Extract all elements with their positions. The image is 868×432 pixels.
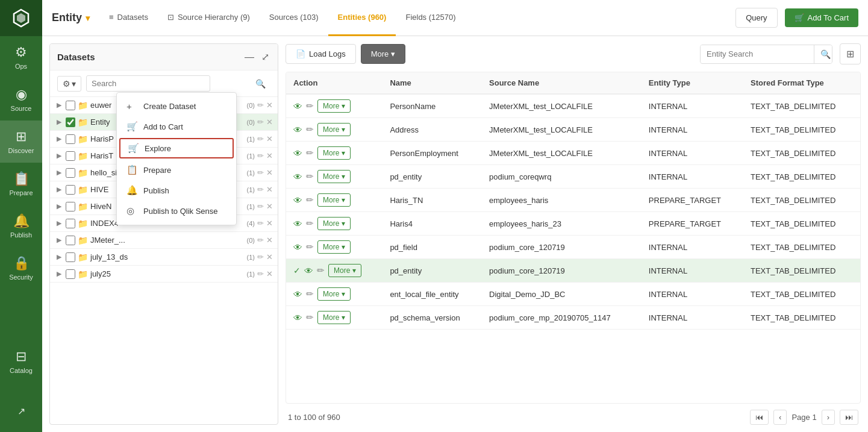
edit-icon[interactable]: ✏: [306, 242, 314, 252]
edit-icon[interactable]: ✏: [306, 312, 314, 323]
more-row-button[interactable]: More ▾: [328, 264, 361, 277]
tree-checkbox[interactable]: [66, 101, 75, 110]
edit-icon[interactable]: ✏: [306, 289, 314, 299]
tree-checkbox[interactable]: [66, 151, 75, 161]
view-icon[interactable]: 👁: [293, 125, 302, 135]
tree-edit-icon[interactable]: ✏: [257, 202, 264, 211]
next-page-button[interactable]: ›: [822, 410, 835, 425]
view-icon[interactable]: 👁: [293, 148, 302, 158]
tree-edit-icon[interactable]: ✏: [257, 252, 264, 261]
prev-page-button[interactable]: ‹: [773, 410, 787, 425]
tree-delete-icon[interactable]: ✕: [266, 101, 273, 110]
view-icon[interactable]: 👁: [293, 195, 302, 205]
tree-edit-icon[interactable]: ✏: [257, 236, 264, 245]
entity-search-input[interactable]: [701, 45, 814, 63]
tree-checkbox[interactable]: [66, 202, 75, 211]
tree-delete-icon[interactable]: ✕: [266, 236, 273, 245]
tree-chevron-icon[interactable]: ▶: [55, 101, 63, 109]
tree-edit-icon[interactable]: ✏: [257, 219, 264, 228]
tree-checkbox[interactable]: [66, 134, 75, 144]
edit-icon[interactable]: ✏: [306, 101, 314, 111]
sidebar-item-catalog[interactable]: ⊟ Catalog: [0, 340, 42, 383]
tree-chevron-icon[interactable]: ▶: [55, 135, 63, 143]
tree-delete-icon[interactable]: ✕: [266, 269, 273, 278]
more-row-button[interactable]: More ▾: [317, 240, 351, 254]
edit-icon[interactable]: ✏: [317, 265, 325, 276]
tree-edit-icon[interactable]: ✏: [257, 185, 264, 194]
sidebar-item-discover[interactable]: ⊞ Discover: [0, 121, 42, 163]
tree-checkbox[interactable]: [66, 117, 75, 127]
more-row-button[interactable]: More ▾: [317, 193, 351, 207]
edit-icon[interactable]: ✏: [306, 171, 314, 182]
tree-chevron-icon[interactable]: ▶: [55, 169, 63, 177]
sidebar-item-publish[interactable]: 🔔 Publish: [0, 205, 42, 247]
tree-chevron-icon[interactable]: ▶: [55, 219, 63, 227]
context-publish-qlik[interactable]: ◎ Publish to Qlik Sense: [117, 201, 236, 221]
context-explore[interactable]: 🛒 Explore: [119, 138, 234, 158]
view-icon[interactable]: 👁: [293, 101, 302, 111]
tree-delete-icon[interactable]: ✕: [266, 252, 273, 261]
app-logo[interactable]: [0, 0, 42, 36]
more-row-button[interactable]: More ▾: [317, 99, 351, 113]
sidebar-item-expand[interactable]: ↗: [0, 390, 42, 432]
tree-edit-icon[interactable]: ✏: [257, 134, 264, 143]
tree-edit-icon[interactable]: ✏: [257, 117, 264, 127]
tree-checkbox[interactable]: [66, 219, 75, 228]
context-publish[interactable]: 🔔 Publish: [117, 180, 236, 201]
tree-chevron-icon[interactable]: ▶: [55, 202, 63, 210]
minimize-icon[interactable]: —: [243, 51, 255, 64]
sidebar-item-security[interactable]: 🔒 Security: [0, 247, 42, 289]
query-button[interactable]: Query: [735, 8, 777, 28]
tree-chevron-icon[interactable]: ▶: [55, 186, 63, 193]
expand-panel-icon[interactable]: ⤢: [260, 50, 270, 64]
tree-chevron-icon[interactable]: ▶: [55, 118, 63, 126]
tree-checkbox[interactable]: [66, 252, 75, 262]
tree-chevron-icon[interactable]: ▶: [55, 270, 63, 278]
more-row-button[interactable]: More ▾: [317, 170, 351, 183]
tree-delete-icon[interactable]: ✕: [266, 219, 273, 228]
more-row-button[interactable]: More ▾: [317, 217, 351, 230]
tree-item[interactable]: ▶ 📁 JMeter_... (0) ✏ ✕: [50, 232, 278, 249]
sidebar-item-prepare[interactable]: 📋 Prepare: [0, 163, 42, 205]
edit-icon[interactable]: ✏: [306, 195, 314, 205]
first-page-button[interactable]: ⏮: [750, 410, 769, 425]
more-row-button[interactable]: More ▾: [317, 146, 351, 160]
tree-chevron-icon[interactable]: ▶: [55, 236, 63, 244]
tree-item[interactable]: ▶ 📁 july25 (1) ✏ ✕: [50, 266, 278, 283]
more-button[interactable]: More ▾: [361, 44, 406, 64]
entity-search-button[interactable]: 🔍: [814, 45, 832, 63]
edit-icon[interactable]: ✏: [306, 124, 314, 135]
view-icon[interactable]: 👁: [293, 242, 302, 252]
last-page-button[interactable]: ⏭: [840, 410, 858, 425]
tab-source-hierarchy[interactable]: ⊡ Source Hierarchy (9): [158, 0, 260, 36]
tree-checkbox[interactable]: [66, 236, 75, 245]
load-logs-button[interactable]: 📄 Load Logs: [286, 44, 356, 64]
tree-checkbox[interactable]: [66, 168, 75, 178]
add-to-cart-button[interactable]: 🛒 Add To Cart: [785, 8, 858, 27]
view-icon[interactable]: 👁: [293, 313, 302, 323]
tree-delete-icon[interactable]: ✕: [266, 202, 273, 211]
tree-edit-icon[interactable]: ✏: [257, 269, 264, 278]
tree-delete-icon[interactable]: ✕: [266, 117, 273, 127]
context-add-to-cart[interactable]: 🛒 Add to Cart: [117, 116, 236, 137]
grid-view-button[interactable]: ⊞: [840, 43, 861, 64]
tree-delete-icon[interactable]: ✕: [266, 168, 273, 177]
tree-delete-icon[interactable]: ✕: [266, 134, 273, 143]
tab-entities[interactable]: Entities (960): [328, 0, 396, 36]
context-create-dataset[interactable]: + Create Dataset: [117, 96, 236, 116]
edit-icon[interactable]: ✏: [306, 218, 314, 229]
view-icon[interactable]: 👁: [304, 266, 313, 276]
tree-item[interactable]: ▶ 📁 july_13_ds (1) ✏ ✕: [50, 249, 278, 266]
tree-chevron-icon[interactable]: ▶: [55, 152, 63, 160]
tab-fields[interactable]: Fields (12570): [396, 0, 465, 36]
tree-checkbox[interactable]: [66, 185, 75, 195]
tree-delete-icon[interactable]: ✕: [266, 185, 273, 194]
tree-checkbox[interactable]: [66, 269, 75, 279]
tree-edit-icon[interactable]: ✏: [257, 151, 264, 160]
more-row-button[interactable]: More ▾: [317, 123, 351, 136]
sidebar-item-source[interactable]: ◉ Source: [0, 78, 42, 121]
edit-icon[interactable]: ✏: [306, 148, 314, 158]
tree-edit-icon[interactable]: ✏: [257, 101, 264, 110]
view-icon[interactable]: 👁: [293, 219, 302, 229]
more-row-button[interactable]: More ▾: [317, 311, 351, 324]
